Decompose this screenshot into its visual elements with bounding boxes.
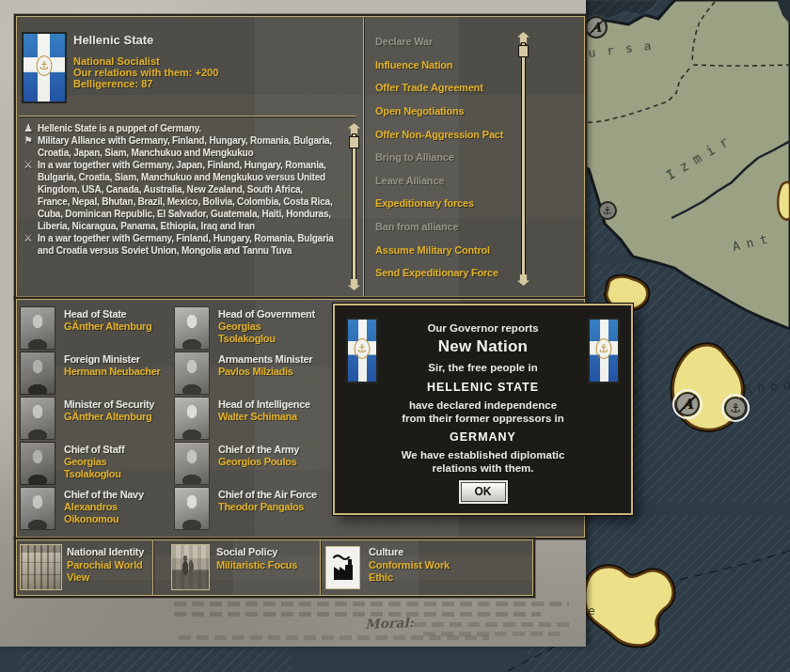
airbase-icon[interactable]: A xyxy=(673,390,702,418)
popup-body-line: from their former oppressors in xyxy=(335,413,631,424)
divider xyxy=(363,17,364,296)
diplomacy-panel: Hellenic State National Socialist Our re… xyxy=(16,16,585,297)
status-scrollbar[interactable] xyxy=(348,123,360,290)
war-icon: ⚔ xyxy=(21,159,36,171)
minister-portrait xyxy=(20,352,55,395)
action-bring-to-alliance[interactable]: Bring to Alliance xyxy=(375,146,516,169)
minister-chief-of-the-navy[interactable]: Chief of the Navy Alexandros Oikonomou xyxy=(20,487,174,532)
scrollbar-track[interactable] xyxy=(521,42,526,275)
naval-base-icon[interactable]: ⚓ xyxy=(599,202,616,219)
popup-body-line: relations with them. xyxy=(335,462,631,474)
scrollbar-thumb[interactable] xyxy=(349,136,359,148)
minister-portrait xyxy=(174,442,210,485)
minister-portrait xyxy=(174,397,210,440)
war-icon: ⚔ xyxy=(21,232,36,244)
status-item: ⚔ In a war together with Germany, Finlan… xyxy=(21,232,337,257)
minister-name: Georgios Poulos xyxy=(218,456,316,468)
policy-value[interactable]: Parochial World View xyxy=(67,559,151,584)
minister-portrait xyxy=(20,487,55,530)
popup-title: New Nation xyxy=(335,337,631,356)
svg-text:⚓: ⚓ xyxy=(730,401,741,415)
minister-name: GÄnther Altenburg xyxy=(64,411,162,423)
action-declare-war[interactable]: Declare War xyxy=(375,30,516,54)
minister-foreign-minister[interactable]: Foreign Minister Hermann Neubacher xyxy=(20,352,174,397)
game-screen: ursa Izmir Ant Rhod e e A ⚓ A ⚓ xyxy=(0,0,790,672)
status-text: In a war together with Germany, Japan, F… xyxy=(38,160,333,231)
action-offer-trade-agreement[interactable]: Offer Trade Agreement xyxy=(375,76,516,100)
minister-title: Head of State xyxy=(64,308,169,320)
diplomatic-actions: Declare War Influence Nation Offer Trade… xyxy=(375,30,516,285)
minister-of-security[interactable]: Minister of Security GÄnther Altenburg xyxy=(20,397,174,442)
action-assume-military-control[interactable]: Assume Military Control xyxy=(375,238,516,261)
policy-value[interactable]: Militaristic Focus xyxy=(216,559,316,571)
minister-portrait xyxy=(20,397,55,440)
scrollbar-thumb[interactable] xyxy=(518,45,529,57)
minister-name: GÄnther Altenburg xyxy=(64,320,162,333)
minister-portrait xyxy=(174,352,210,395)
popup-body-line: have declared independence xyxy=(335,399,631,411)
action-ban-from-alliance[interactable]: Ban from alliance xyxy=(375,215,516,239)
ok-button[interactable]: OK xyxy=(461,482,506,502)
status-item: ♟ Hellenic State is a puppet of Germany. xyxy=(21,122,337,134)
minister-title: Chief of Staff xyxy=(64,444,169,456)
country-relations: Our relations with them: +200 xyxy=(73,67,218,78)
divider xyxy=(19,116,356,117)
minister-title: Head of Intelligence xyxy=(218,399,324,411)
minister-title: Armaments Minister xyxy=(218,353,324,366)
alliance-icon: ⚑ xyxy=(21,134,36,147)
minister-name: Georgias Tsolakoglou xyxy=(64,456,162,480)
minister-title: Head of Government xyxy=(218,308,324,320)
minister-name: Pavlos Milziadis xyxy=(218,366,316,378)
divider xyxy=(152,540,153,595)
document-text-line xyxy=(414,622,574,627)
popup-nation-name: HELLENIC STATE xyxy=(335,381,631,394)
minister-head-of-state[interactable]: Head of State GÄnther Altenburg xyxy=(20,306,174,352)
country-name: Hellenic State xyxy=(73,33,153,47)
minister-chief-of-staff[interactable]: Chief of Staff Georgias Tsolakoglou xyxy=(20,442,174,487)
minister-portrait xyxy=(174,306,210,350)
document-text-line xyxy=(174,602,569,606)
minister-name: Georgias Tsolakoglou xyxy=(218,320,316,345)
action-offer-non-aggression-pact[interactable]: Offer Non-Aggression Pact xyxy=(375,122,516,146)
colosseum-photo xyxy=(20,544,62,590)
minister-title: Chief of the Navy xyxy=(64,489,169,501)
popup-oppressor-name: GERMANY xyxy=(335,430,631,444)
action-open-negotiations[interactable]: Open Negotiations xyxy=(375,100,516,123)
factory-glyph xyxy=(331,554,356,582)
policies-panel: National Identity Parochial World View S… xyxy=(16,539,533,596)
puppet-icon: ♟ xyxy=(21,122,36,134)
document-text-line xyxy=(423,632,564,636)
status-item: ⚔ In a war together with Germany, Japan,… xyxy=(21,159,337,232)
svg-text:⚓: ⚓ xyxy=(603,205,612,217)
action-leave-alliance[interactable]: Leave Alliance xyxy=(375,169,516,193)
scroll-down-arrow[interactable] xyxy=(517,274,529,286)
minister-title: Chief of the Air Force xyxy=(218,489,324,501)
action-influence-nation[interactable]: Influence Nation xyxy=(375,54,516,77)
status-text: Hellenic State is a puppet of Germany. xyxy=(38,123,201,133)
province-label-fragment: e xyxy=(588,603,595,617)
country-status-list: ♟ Hellenic State is a puppet of Germany.… xyxy=(21,122,337,257)
country-flag xyxy=(22,32,67,103)
minister-title: Foreign Minister xyxy=(64,353,169,366)
naval-base-icon[interactable]: ⚓ xyxy=(722,395,749,421)
actions-scrollbar[interactable] xyxy=(517,32,529,286)
minister-portrait xyxy=(174,487,210,530)
policy-category: Social Policy xyxy=(216,546,277,557)
status-text: In a war together with Germany, Finland,… xyxy=(38,233,334,256)
country-ideology: National Socialist xyxy=(73,55,160,67)
airbase-icon[interactable]: A xyxy=(586,17,607,38)
minister-name: Alexandros Oikonomou xyxy=(64,501,162,525)
country-belligerence: Belligerence: 87 xyxy=(73,78,152,89)
minister-name: Walter Schimana xyxy=(218,411,316,423)
factory-icon xyxy=(325,546,360,589)
scrollbar-track[interactable] xyxy=(352,133,356,280)
soldiers-photo xyxy=(171,544,210,590)
minister-title: Chief of the Army xyxy=(218,444,324,456)
scroll-down-arrow[interactable] xyxy=(348,279,360,290)
policy-value[interactable]: Conformist Work Ethic xyxy=(369,559,474,584)
document-text-line xyxy=(174,612,541,617)
action-expeditionary-forces[interactable]: Expeditionary forces xyxy=(375,192,516,215)
minister-portrait xyxy=(20,442,55,485)
action-send-expeditionary-force[interactable]: Send Expeditionary Force xyxy=(375,261,516,285)
minister-title: Minister of Security xyxy=(64,399,169,411)
